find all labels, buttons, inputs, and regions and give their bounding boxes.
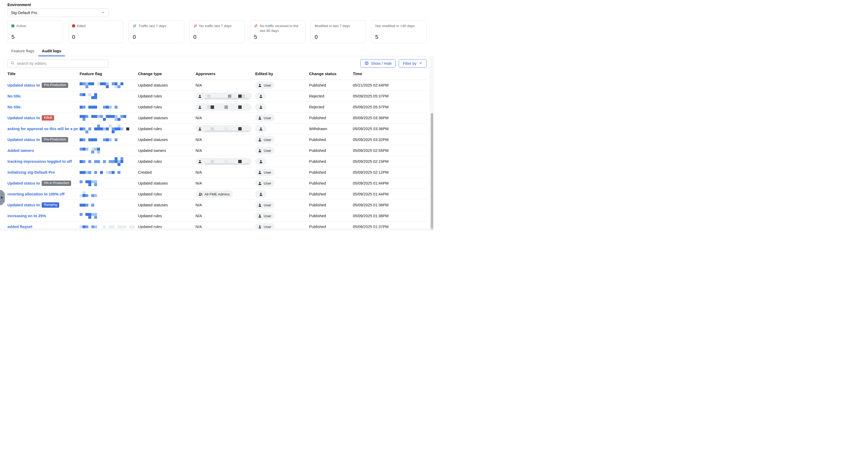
tab-feature-flags[interactable]: Feature flags (7, 46, 38, 56)
change-type: Updated rules (138, 192, 195, 196)
approver-redacted-chip (195, 103, 252, 111)
row-title-link[interactable]: reverting allocation to 100% off (7, 192, 64, 196)
show-hide-columns-button[interactable]: Show / Hide (361, 59, 396, 68)
user-chip-label: User (264, 116, 271, 120)
time: 05/09/2025 03:36PM (353, 116, 427, 120)
table-row: Updated status to Killed Updated statuse… (7, 113, 427, 123)
column-header-edited-by: Edited by (255, 71, 309, 76)
row-title-link[interactable]: tracking impressions toggled to off (7, 159, 72, 164)
redacted-bar (205, 131, 249, 132)
traffic-arrows-icon (254, 24, 258, 28)
change-status: Published (309, 170, 353, 174)
stat-card: Traffic last 7 days 0 (129, 20, 184, 43)
person-icon (259, 127, 263, 131)
search-box[interactable] (7, 59, 108, 68)
row-title-link[interactable]: No title. (7, 94, 22, 98)
table-row: Updated status to Pre-Production Updated… (7, 80, 427, 91)
feature-flag-redacted (80, 157, 138, 166)
approvers-cell: N/A (195, 214, 255, 218)
approvers-cell: N/A (195, 116, 255, 120)
user-avatar-chip (255, 92, 266, 100)
stat-value: 0 (72, 34, 120, 39)
time: 05/09/2025 01:37PM (353, 225, 427, 229)
search-input[interactable] (17, 61, 105, 66)
stats-row: Active 5 Killed 0 Traffic last 7 days 0 … (7, 20, 427, 43)
person-icon (258, 203, 262, 207)
status-badge: Ramping (42, 202, 59, 208)
user-avatar-chip (255, 125, 266, 133)
table-header-row: TitleFeature flagChange typeApproversEdi… (7, 68, 427, 80)
time: 05/09/2025 02:15PM (353, 159, 427, 164)
person-icon (259, 105, 263, 109)
stat-label: No traffic last 7 days (199, 24, 231, 28)
edited-by-cell: User (255, 169, 309, 176)
approver-redacted-chip (195, 125, 252, 133)
user-chip: User (255, 82, 275, 89)
person-icon (258, 149, 262, 153)
row-title-link[interactable]: No title. (7, 105, 22, 109)
row-title-link[interactable]: Added owners (7, 148, 34, 153)
row-title-link[interactable]: Updated status to (7, 116, 40, 120)
change-status: Published (309, 203, 353, 207)
user-chip-label: User (264, 225, 271, 229)
change-type: Updated statuses (138, 181, 195, 185)
person-icon (258, 225, 262, 229)
approvers-cell: N/A (195, 83, 255, 87)
status-badge: 0% in Production (42, 180, 71, 186)
change-type: Updated rules (138, 225, 195, 229)
change-status: Published (309, 138, 353, 142)
change-status: Withdrawn (309, 127, 353, 131)
row-title-link[interactable]: Updated status to (7, 203, 40, 207)
people-icon (198, 192, 203, 196)
feature-flag-redacted (80, 204, 138, 207)
row-title-link[interactable]: added flagset (7, 225, 32, 229)
status-badge (34, 226, 38, 228)
time: 05/09/2025 05:37PM (353, 105, 427, 109)
table-row: increasing on to 25% Updated rules N/A U… (7, 210, 427, 222)
stat-label: Not modified in >30 days (375, 24, 415, 28)
change-type: Created (138, 170, 195, 174)
status-badge: Pre-Production (42, 83, 68, 88)
redacted-name-blocks (204, 94, 250, 98)
user-chip: User (255, 136, 275, 143)
row-title-link[interactable]: asking for approval so this will be a pe (7, 127, 78, 131)
stat-label: Traffic last 7 days (138, 24, 166, 28)
person-icon (198, 105, 202, 109)
table-row: Updated status to Ramping Updated status… (7, 200, 427, 210)
change-status: Published (309, 192, 353, 196)
row-title-link[interactable]: initializing stg-Default Pro (7, 170, 55, 174)
stat-card: Not modified in >30 days 5 (371, 20, 427, 43)
row-title-link[interactable]: increasing on to 25% (7, 214, 46, 218)
user-avatar-chip (255, 103, 266, 111)
approvers-cell: N/A (195, 170, 255, 174)
edited-by-cell: User (255, 223, 309, 231)
redacted-name-blocks (204, 106, 250, 109)
time: 05/09/2025 01:44PM (353, 181, 427, 185)
stat-value: 0 (193, 34, 241, 39)
scrollbar-thumb[interactable] (431, 113, 433, 231)
change-status: Published (309, 159, 353, 164)
person-icon (258, 83, 262, 87)
feature-flag-redacted (80, 124, 138, 133)
columns-icon (365, 61, 369, 66)
user-chip-label: User (264, 149, 271, 153)
filter-by-button[interactable]: Filter by (399, 59, 427, 68)
stat-label: Active (16, 24, 26, 28)
time: 05/09/2025 01:38PM (353, 203, 427, 207)
stat-card: Modified in last 7 days 0 (311, 20, 366, 43)
status-badge: Killed (42, 115, 54, 120)
environment-select[interactable]: Stg-Default Pro (7, 8, 108, 17)
caret-right-icon (1, 196, 3, 199)
approvers-na: N/A (195, 203, 202, 207)
row-title-link[interactable]: Updated status to (7, 181, 40, 185)
table-row: initializing stg-Default Pro Created N/A… (7, 167, 427, 178)
row-title-link[interactable]: Updated status to (7, 138, 40, 142)
tab-audit-logs[interactable]: Audit logs (38, 46, 65, 56)
change-status: Published (309, 225, 353, 229)
feature-flag-redacted (80, 138, 138, 141)
change-status: Published (309, 214, 353, 218)
approvers-cell: N/A (195, 181, 255, 185)
column-header-approvers: Approvers (195, 71, 255, 76)
row-title-link[interactable]: Updated status to (7, 83, 40, 87)
approvers-na: N/A (195, 225, 202, 229)
